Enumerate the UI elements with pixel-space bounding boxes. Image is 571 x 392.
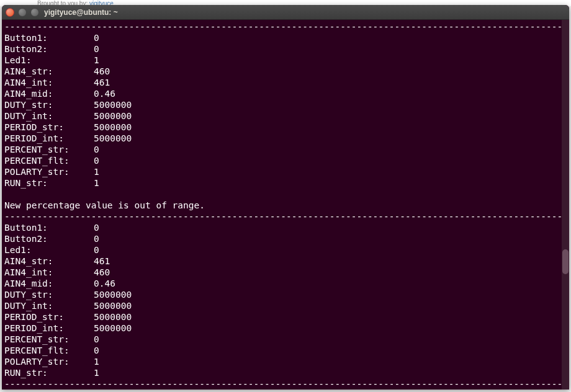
output-label: AIN4_mid: [4, 88, 94, 99]
output-value: 1 [94, 367, 99, 378]
output-value: 460 [94, 66, 110, 77]
output-label: RUN_str: [4, 177, 94, 189]
blank-line [4, 189, 567, 200]
output-label: POLARTY_str: [4, 356, 94, 367]
output-label: Led1: [4, 244, 94, 256]
output-label: PERCENT_flt: [4, 345, 94, 356]
close-icon[interactable] [6, 8, 14, 17]
output-value: 5000000 [94, 122, 132, 133]
output-value: 0 [94, 144, 99, 155]
output-row: AIN4_mid:0.46 [4, 278, 567, 289]
output-row: DUTY_str:5000000 [4, 99, 567, 110]
output-value: 0 [94, 244, 99, 256]
output-label: Led1: [4, 55, 94, 66]
output-value: 5000000 [94, 99, 132, 110]
output-row: AIN4_str:460 [4, 66, 567, 77]
output-value: 5000000 [94, 110, 132, 122]
output-label: AIN4_int: [4, 267, 94, 278]
output-label: RUN_str: [4, 367, 94, 378]
output-row: PERCENT_flt:0 [4, 345, 567, 356]
scrollbar-track[interactable] [562, 20, 569, 390]
scrollbar-thumb[interactable] [562, 249, 569, 274]
output-row: DUTY_int:5000000 [4, 110, 567, 122]
output-label: AIN4_int: [4, 77, 94, 88]
output-label: Button2: [4, 233, 94, 244]
terminal-window: yigityuce@ubuntu: ~ --------------------… [2, 5, 569, 390]
output-row: Led1:0 [4, 244, 567, 256]
output-label: DUTY_int: [4, 300, 94, 311]
output-value: 0 [94, 32, 99, 43]
output-value: 5000000 [94, 289, 132, 300]
output-value: 5000000 [94, 323, 132, 334]
output-value: 0 [94, 233, 99, 244]
divider-line: ----------------------------------------… [4, 378, 567, 390]
output-row: DUTY_str:5000000 [4, 289, 567, 300]
output-label: AIN4_str: [4, 66, 94, 77]
titlebar[interactable]: yigityuce@ubuntu: ~ [2, 5, 569, 20]
error-message: New percentage value is out of range. [4, 200, 567, 211]
output-value: 1 [94, 177, 99, 189]
output-label: PERIOD_int: [4, 133, 94, 144]
output-label: Button1: [4, 32, 94, 43]
output-value: 0.46 [94, 88, 115, 99]
output-label: PERCENT_str: [4, 334, 94, 345]
output-label: PERIOD_str: [4, 122, 94, 133]
output-row: AIN4_int:461 [4, 77, 567, 88]
output-row: RUN_str:1 [4, 177, 567, 189]
output-value: 0 [94, 155, 99, 166]
maximize-icon[interactable] [30, 8, 39, 17]
output-label: POLARTY_str: [4, 166, 94, 177]
output-label: PERIOD_str: [4, 311, 94, 323]
output-row: POLARTY_str:1 [4, 166, 567, 177]
output-row: AIN4_mid:0.46 [4, 88, 567, 99]
output-row: PERIOD_str:5000000 [4, 122, 567, 133]
divider-line: ----------------------------------------… [4, 21, 567, 32]
output-label: DUTY_str: [4, 289, 94, 300]
output-row: AIN4_int:460 [4, 267, 567, 278]
output-row: Button1:0 [4, 32, 567, 43]
output-row: PERIOD_int:5000000 [4, 133, 567, 144]
output-value: 0 [94, 334, 99, 345]
output-value: 1 [94, 55, 99, 66]
output-label: DUTY_str: [4, 99, 94, 110]
window-controls [6, 8, 39, 17]
output-label: DUTY_int: [4, 110, 94, 122]
output-value: 5000000 [94, 300, 132, 311]
output-row: POLARTY_str:1 [4, 356, 567, 367]
output-value: 5000000 [94, 133, 132, 144]
output-row: Button1:0 [4, 222, 567, 233]
output-row: Button2:0 [4, 233, 567, 244]
output-value: 0 [94, 222, 99, 233]
output-row: RUN_str:1 [4, 367, 567, 378]
output-label: PERCENT_str: [4, 144, 94, 155]
output-block-2: Button1:0Button2:0Led1:0AIN4_str:461AIN4… [4, 222, 567, 378]
output-row: DUTY_int:5000000 [4, 300, 567, 311]
output-value: 461 [94, 77, 110, 88]
divider-line: ----------------------------------------… [4, 211, 567, 222]
output-row: AIN4_str:461 [4, 256, 567, 267]
output-row: PERCENT_str:0 [4, 334, 567, 345]
output-label: PERCENT_flt: [4, 155, 94, 166]
output-label: Button2: [4, 43, 94, 55]
output-value: 0 [94, 43, 99, 55]
output-row: Button2:0 [4, 43, 567, 55]
terminal-body[interactable]: ----------------------------------------… [2, 20, 569, 390]
output-label: Button1: [4, 222, 94, 233]
output-value: 1 [94, 356, 99, 367]
output-value: 0 [94, 345, 99, 356]
output-block-1: Button1:0Button2:0Led1:1AIN4_str:460AIN4… [4, 32, 567, 189]
output-row: Led1:1 [4, 55, 567, 66]
output-label: AIN4_str: [4, 256, 94, 267]
output-row: PERIOD_str:5000000 [4, 311, 567, 323]
output-label: AIN4_mid: [4, 278, 94, 289]
output-value: 0.46 [94, 278, 115, 289]
output-row: PERCENT_str:0 [4, 144, 567, 155]
output-label: PERIOD_int: [4, 323, 94, 334]
output-value: 5000000 [94, 311, 132, 323]
output-row: PERCENT_flt:0 [4, 155, 567, 166]
window-title: yigityuce@ubuntu: ~ [44, 8, 118, 17]
output-value: 461 [94, 256, 110, 267]
output-value: 1 [94, 166, 99, 177]
output-value: 460 [94, 267, 110, 278]
minimize-icon[interactable] [18, 8, 27, 17]
